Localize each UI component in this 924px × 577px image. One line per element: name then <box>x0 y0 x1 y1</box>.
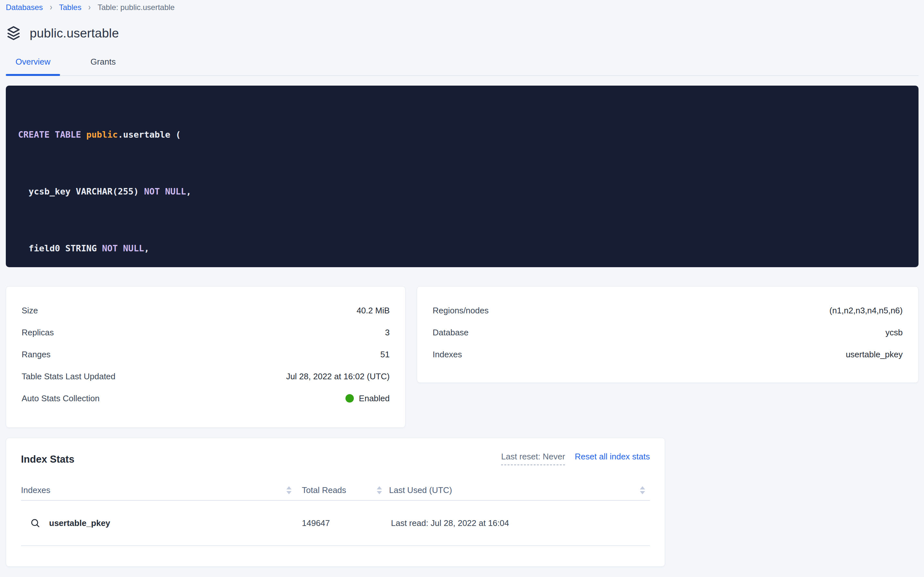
sort-indexes-icon[interactable] <box>276 486 302 494</box>
sql-line: ycsb_key VARCHAR(255) NOT NULL, <box>18 184 919 199</box>
sort-total-reads-icon[interactable] <box>370 486 389 494</box>
table-meta-card: Regions/nodes (n1,n2,n3,n4,n5,n6) Databa… <box>417 286 919 383</box>
stat-value: Enabled <box>345 393 390 403</box>
index-name-link[interactable]: usertable_pkey <box>21 518 302 529</box>
stat-value: 51 <box>380 350 390 359</box>
column-header-total-reads[interactable]: Total Reads <box>302 485 370 495</box>
index-stats-actions: Last reset: Never Reset all index stats <box>501 452 650 465</box>
sql-line: CREATE TABLE public.usertable ( <box>18 127 919 142</box>
table-details-page: Databases › Tables › Table: public.usert… <box>0 0 924 567</box>
sql-keyword: NOT NULL <box>144 186 186 197</box>
stat-label: Database <box>432 327 468 338</box>
chevron-right-icon: › <box>50 2 52 12</box>
sql-column-def: ycsb_key VARCHAR(255) <box>18 186 144 197</box>
summary-cards: Size 40.2 MiB Replicas 3 Ranges 51 Table… <box>6 286 919 428</box>
stat-row: Database ycsb <box>432 321 903 343</box>
sql-text: .usertable ( <box>118 129 181 140</box>
stat-row: Replicas 3 <box>22 321 390 343</box>
page-header: public.usertable <box>6 25 919 41</box>
stat-value-text: Enabled <box>359 393 390 403</box>
status-dot-icon <box>345 394 354 403</box>
index-table-header: Indexes Total Reads Last Used (UTC) <box>21 480 650 501</box>
stat-row: Indexes usertable_pkey <box>432 343 903 365</box>
stat-label: Replicas <box>22 327 54 338</box>
page-title: public.usertable <box>30 26 119 40</box>
index-stats-title: Index Stats <box>21 454 74 465</box>
tab-grants[interactable]: Grants <box>81 57 125 75</box>
reset-index-stats-link[interactable]: Reset all index stats <box>575 452 650 462</box>
index-name: usertable_pkey <box>49 518 110 528</box>
tab-overview[interactable]: Overview <box>6 57 60 75</box>
stat-value-text: ycsb <box>885 327 903 338</box>
stat-label: Table Stats Last Updated <box>22 372 116 382</box>
stat-row: Auto Stats Collection Enabled <box>22 387 390 409</box>
stat-value-text: 3 <box>385 327 390 338</box>
stat-value-text: usertable_pkey <box>846 350 903 359</box>
index-stats-table: Indexes Total Reads Last Used (UTC) user… <box>21 480 650 546</box>
stat-label: Regions/nodes <box>432 306 489 316</box>
breadcrumb-current-table: Table: public.usertable <box>98 3 175 12</box>
stat-value: ycsb <box>885 327 903 338</box>
stat-label: Ranges <box>22 350 51 359</box>
stat-row: Ranges 51 <box>22 343 390 365</box>
sql-keyword: CREATE TABLE <box>18 129 86 140</box>
sql-keyword: NOT NULL <box>102 243 144 253</box>
stat-value: 40.2 MiB <box>357 306 390 316</box>
stat-value-text: 51 <box>380 350 390 359</box>
stat-value-text: 40.2 MiB <box>357 306 390 316</box>
breadcrumb-databases[interactable]: Databases <box>6 3 43 12</box>
sql-column-def: field0 STRING <box>18 243 102 253</box>
stat-label: Indexes <box>432 350 462 359</box>
stat-label: Size <box>22 306 38 316</box>
stat-label: Auto Stats Collection <box>22 393 100 403</box>
stat-row: Regions/nodes (n1,n2,n3,n4,n5,n6) <box>432 300 903 321</box>
last-reset-label[interactable]: Last reset: Never <box>501 452 565 465</box>
table-stack-icon <box>6 25 21 41</box>
index-last-used: Last read: Jul 28, 2022 at 16:04 <box>389 518 635 528</box>
stat-value: usertable_pkey <box>846 350 903 359</box>
chevron-right-icon: › <box>88 2 91 12</box>
search-icon <box>30 518 41 529</box>
create-table-sql-block: CREATE TABLE public.usertable ( ycsb_key… <box>6 85 919 267</box>
sql-text: , <box>186 186 191 197</box>
breadcrumb: Databases › Tables › Table: public.usert… <box>6 0 919 11</box>
table-stats-card: Size 40.2 MiB Replicas 3 Ranges 51 Table… <box>6 286 405 428</box>
stat-value: (n1,n2,n3,n4,n5,n6) <box>829 306 903 316</box>
tab-bar: Overview Grants <box>6 57 919 76</box>
index-total-reads: 149647 <box>302 518 370 528</box>
stat-row: Size 40.2 MiB <box>22 300 390 321</box>
index-stats-card: Index Stats Last reset: Never Reset all … <box>6 438 665 567</box>
column-header-indexes[interactable]: Indexes <box>21 485 276 495</box>
column-header-last-used[interactable]: Last Used (UTC) <box>389 485 635 495</box>
stat-value: Jul 28, 2022 at 16:02 (UTC) <box>286 372 390 382</box>
sql-text: , <box>144 243 149 253</box>
breadcrumb-tables[interactable]: Tables <box>59 3 81 12</box>
sql-line: field0 STRING NOT NULL, <box>18 241 919 256</box>
stat-value-text: Jul 28, 2022 at 16:02 (UTC) <box>286 372 390 382</box>
stat-value: 3 <box>385 327 390 338</box>
index-table-row: usertable_pkey 149647 Last read: Jul 28,… <box>21 501 650 546</box>
stat-value-text: (n1,n2,n3,n4,n5,n6) <box>829 306 903 316</box>
stat-row: Table Stats Last Updated Jul 28, 2022 at… <box>22 365 390 387</box>
index-stats-header: Index Stats Last reset: Never Reset all … <box>21 452 650 465</box>
sql-schema-name: public <box>86 129 118 140</box>
sort-last-used-icon[interactable] <box>635 486 650 494</box>
